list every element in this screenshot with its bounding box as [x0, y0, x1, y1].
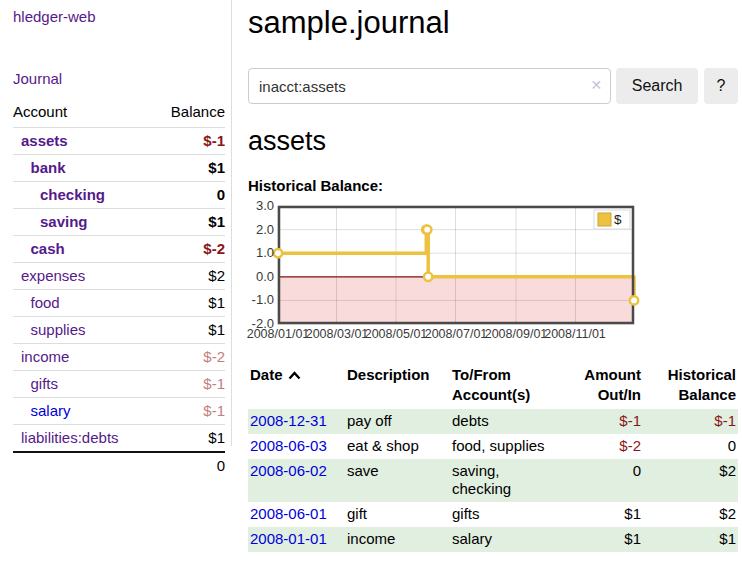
account-name-cell: supplies [13, 317, 153, 344]
account-balance: 0 [153, 182, 225, 209]
account-row: expenses$2 [13, 263, 225, 290]
account-link[interactable]: liabilities:debts [21, 429, 119, 446]
account-balance: $-2 [153, 236, 225, 263]
accounts-total: 0 [153, 452, 225, 478]
accounts-header-balance: Balance [153, 101, 225, 128]
account-name-cell: expenses [13, 263, 153, 290]
transaction-date-cell: 2008-01-01 [248, 527, 345, 552]
page-title: sample.journal [248, 5, 738, 41]
transaction-accounts: salary [450, 527, 562, 552]
account-link[interactable]: income [21, 348, 69, 365]
clear-search-icon[interactable]: ✕ [590, 77, 602, 93]
chart-x-tick: 2008/07/01 [425, 327, 488, 341]
transaction-amount: 0 [562, 459, 643, 502]
account-link[interactable]: expenses [21, 267, 85, 284]
svg-text:$: $ [614, 212, 622, 227]
account-row: liabilities:debts$1 [13, 425, 225, 453]
help-button[interactable]: ? [704, 68, 738, 104]
account-link[interactable]: supplies [31, 321, 86, 338]
account-balance: $1 [153, 209, 225, 236]
sidebar: hledger-web Journal Account Balance asse… [0, 0, 232, 446]
accounts-header-account: Account [13, 101, 153, 128]
account-balance: $1 [153, 317, 225, 344]
account-link[interactable]: assets [21, 132, 68, 149]
transaction-date-cell: 2008-06-03 [248, 434, 345, 459]
main-content: sample.journal ✕ Search ? assets Histori… [248, 0, 738, 552]
chart-y-tick: 1.0 [248, 245, 274, 260]
chart-x-tick: 2008/11/01 [544, 327, 606, 341]
account-link[interactable]: bank [31, 159, 66, 176]
account-link[interactable]: food [31, 294, 60, 311]
account-balance: $-1 [153, 398, 225, 425]
register-header-balance: Historical Balance [643, 362, 738, 409]
transaction-description: income [345, 527, 450, 552]
transaction-amount: $-1 [562, 409, 643, 434]
account-link[interactable]: checking [40, 186, 105, 203]
account-row: income$-2 [13, 344, 225, 371]
register-header-label: Amount Out/In [584, 366, 641, 403]
register-row: 2008-06-03eat & shopfood, supplies$-20 [248, 434, 738, 459]
accounts-total-spacer [13, 452, 153, 478]
chart-y-tick: -1.0 [248, 292, 274, 307]
chart-y-tick: 3.0 [248, 198, 274, 213]
transaction-balance: 0 [643, 434, 738, 459]
account-name-cell: cash [13, 236, 153, 263]
nav-journal-link[interactable]: Journal [13, 70, 225, 87]
accounts-table: Account Balance assets$-1bank$1checking0… [13, 101, 225, 478]
transaction-date-link[interactable]: 2008-06-02 [250, 462, 327, 479]
transaction-date-link[interactable]: 2008-06-03 [250, 437, 327, 454]
account-name-cell: assets [13, 128, 153, 155]
account-row: checking0 [13, 182, 225, 209]
account-link[interactable]: cash [31, 240, 65, 257]
accounts-total-row: 0 [13, 452, 225, 478]
account-row: assets$-1 [13, 128, 225, 155]
account-heading: assets [248, 126, 738, 157]
transaction-balance: $2 [643, 459, 738, 502]
account-row: salary$-1 [13, 398, 225, 425]
search-input-wrap: ✕ [248, 68, 611, 104]
account-link[interactable]: gifts [31, 375, 59, 392]
account-name-cell: saving [13, 209, 153, 236]
register-header-label: Historical Balance [668, 366, 736, 403]
transaction-amount: $1 [562, 527, 643, 552]
account-row: saving$1 [13, 209, 225, 236]
transaction-amount: $1 [562, 502, 643, 527]
transaction-date-cell: 2008-12-31 [248, 409, 345, 434]
register-header-label: Date [250, 366, 283, 383]
transaction-description: pay off [345, 409, 450, 434]
transaction-date-link[interactable]: 2008-12-31 [250, 412, 327, 429]
transaction-description: save [345, 459, 450, 502]
account-balance: $-1 [153, 371, 225, 398]
chart-x-tick: 2008/03/01 [306, 327, 369, 341]
search-input[interactable] [248, 68, 611, 104]
chart-x-tick: 2008/05/01 [365, 327, 428, 341]
chart-x-tick: 2008/09/01 [485, 327, 548, 341]
register-header-amount: Amount Out/In [562, 362, 643, 409]
account-link[interactable]: saving [40, 213, 88, 230]
account-row: supplies$1 [13, 317, 225, 344]
account-row: bank$1 [13, 155, 225, 182]
account-name-cell: bank [13, 155, 153, 182]
transaction-date-link[interactable]: 2008-01-01 [250, 530, 327, 547]
account-balance: $1 [153, 290, 225, 317]
account-name-cell: food [13, 290, 153, 317]
register-header-date[interactable]: Date [248, 362, 345, 409]
chart-plot: $ [278, 206, 634, 324]
register-row: 2008-06-02savesaving, checking0$2 [248, 459, 738, 502]
account-name-cell: income [13, 344, 153, 371]
account-link[interactable]: salary [31, 402, 71, 419]
sort-ascending-icon[interactable] [288, 371, 301, 380]
transaction-date-link[interactable]: 2008-06-01 [250, 505, 327, 522]
transaction-accounts: saving, checking [450, 459, 562, 502]
transaction-date-cell: 2008-06-02 [248, 459, 345, 502]
account-name-cell: salary [13, 398, 153, 425]
app-brand-link[interactable]: hledger-web [13, 8, 225, 25]
account-name-cell: gifts [13, 371, 153, 398]
register-row: 2008-06-01giftgifts$1$2 [248, 502, 738, 527]
chart-title: Historical Balance: [248, 178, 738, 193]
register-header-accounts: To/From Account(s) [450, 362, 562, 409]
transaction-accounts: food, supplies [450, 434, 562, 459]
search-button[interactable]: Search [616, 68, 698, 104]
chart-legend: $ [594, 210, 630, 229]
register-header-row: DateDescriptionTo/From Account(s)Amount … [248, 362, 738, 409]
